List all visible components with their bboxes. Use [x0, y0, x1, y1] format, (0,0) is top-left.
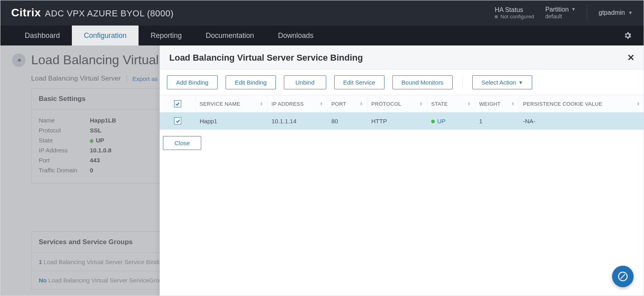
ha-status-dot-icon	[495, 15, 498, 18]
unbind-button[interactable]: Unbind	[284, 75, 326, 89]
col-state[interactable]: STATE▲▼	[427, 96, 475, 112]
kv-port-value: 443	[90, 157, 100, 164]
col-weight[interactable]: WEIGHT▲▼	[475, 96, 519, 112]
bindings-table: SERVICE NAME▲▼ IP ADDRESS▲▼ PORT▲▼ PROTO…	[160, 95, 644, 130]
select-action-button[interactable]: Select Action ▼	[472, 75, 533, 89]
col-persistence-cookie[interactable]: PERSISTENCE COOKIE VALUE▲▼	[519, 96, 644, 112]
sort-icon: ▲▼	[637, 102, 640, 106]
service-binding-modal: Load Balancing Virtual Server Service Bi…	[160, 45, 644, 296]
add-binding-button[interactable]: Add Binding	[167, 75, 218, 89]
close-button[interactable]: Close	[163, 136, 201, 150]
cell-port: 80	[327, 113, 367, 129]
row-checkbox[interactable]	[174, 117, 181, 124]
compass-icon	[618, 271, 628, 282]
sort-icon: ▲▼	[320, 102, 323, 106]
edit-service-button[interactable]: Edit Service	[334, 75, 384, 89]
modal-close-button[interactable]: ✕	[627, 53, 634, 63]
kv-ip-label: IP Address	[39, 147, 83, 154]
partition-label: Partition	[545, 6, 569, 13]
cell-protocol: HTTP	[367, 113, 427, 129]
col-service-name[interactable]: SERVICE NAME▲▼	[196, 96, 268, 112]
arrow-left-icon	[16, 57, 22, 63]
nav-downloads[interactable]: Downloads	[266, 26, 325, 45]
brand-sub: ADC VPX AZURE BYOL (8000)	[45, 8, 174, 19]
partition-value: default	[545, 13, 576, 20]
cell-persistence-cookie: -NA-	[519, 113, 644, 129]
nav-reporting[interactable]: Reporting	[139, 26, 194, 45]
chevron-down-icon: ▼	[628, 10, 633, 16]
col-ip-address[interactable]: IP ADDRESS▲▼	[268, 96, 327, 112]
col-protocol[interactable]: PROTOCOL▲▼	[367, 96, 427, 112]
status-up-icon	[431, 120, 435, 123]
kv-ip-value: 10.1.0.8	[90, 147, 111, 154]
top-bar: Citrix ADC VPX AZURE BYOL (8000) HA Stat…	[0, 0, 644, 26]
nav-dashboard[interactable]: Dashboard	[13, 26, 72, 45]
user-menu[interactable]: gtpadmin ▼	[598, 9, 636, 16]
divider	[587, 5, 587, 20]
breadcrumb: Load Balancing Virtual Server	[31, 75, 121, 83]
ha-status-value: Not configured	[500, 14, 534, 20]
sort-icon: ▲▼	[420, 102, 423, 106]
sort-icon: ▲▼	[260, 102, 263, 106]
chevron-down-icon: ▼	[571, 6, 576, 12]
modal-toolbar: Add Binding Edit Binding Unbind Edit Ser…	[160, 70, 644, 95]
divider	[462, 77, 463, 89]
bound-monitors-button[interactable]: Bound Monitors	[392, 75, 453, 89]
gear-icon	[623, 31, 632, 40]
edit-binding-button[interactable]: Edit Binding	[226, 75, 276, 89]
kv-td-label: Traffic Domain	[39, 167, 83, 174]
back-button[interactable]	[12, 53, 26, 67]
ha-status-label: HA Status	[495, 6, 534, 14]
cell-state: UP	[437, 118, 446, 124]
brand-main: Citrix	[11, 6, 41, 19]
col-checkbox-header[interactable]	[160, 95, 196, 112]
kv-protocol-label: Protocol	[39, 127, 83, 134]
partition-selector[interactable]: Partition▼ default	[545, 6, 576, 20]
col-port[interactable]: PORT▲▼	[327, 96, 367, 112]
divider	[127, 75, 127, 83]
kv-name-label: Name	[39, 117, 83, 124]
brand: Citrix ADC VPX AZURE BYOL (8000)	[11, 6, 174, 19]
kv-port-label: Port	[39, 157, 83, 164]
sort-icon: ▲▼	[360, 102, 363, 106]
cell-service-name: Happ1	[196, 113, 268, 129]
modal-title: Load Balancing Virtual Server Service Bi…	[169, 53, 363, 63]
select-action-label: Select Action	[482, 79, 516, 86]
user-name: gtpadmin	[598, 9, 625, 16]
table-row[interactable]: Happ1 10.1.1.14 80 HTTP UP 1 -NA-	[160, 112, 644, 130]
table-header: SERVICE NAME▲▼ IP ADDRESS▲▼ PORT▲▼ PROTO…	[160, 95, 644, 112]
kv-state-value: UP	[96, 137, 104, 144]
sort-icon: ▲▼	[468, 102, 471, 106]
kv-protocol-value: SSL	[90, 127, 101, 134]
status-up-icon	[90, 139, 93, 143]
select-all-checkbox[interactable]	[174, 100, 181, 107]
cell-weight: 1	[475, 113, 519, 129]
help-fab[interactable]	[612, 266, 634, 287]
chevron-down-icon: ▼	[518, 80, 523, 85]
ha-status: HA Status Not configured	[495, 6, 534, 20]
kv-state-label: State	[39, 137, 83, 144]
sort-icon: ▲▼	[511, 102, 515, 106]
nav-configuration[interactable]: Configuration	[72, 26, 139, 45]
kv-name-value: Happ1LB	[90, 117, 116, 124]
close-icon: ✕	[627, 53, 634, 63]
nav-documentation[interactable]: Documentation	[194, 26, 266, 45]
nav-bar: Dashboard Configuration Reporting Docume…	[0, 26, 644, 45]
settings-button[interactable]	[611, 26, 644, 45]
kv-td-value: 0	[90, 167, 93, 174]
cell-ip: 10.1.1.14	[268, 113, 327, 129]
